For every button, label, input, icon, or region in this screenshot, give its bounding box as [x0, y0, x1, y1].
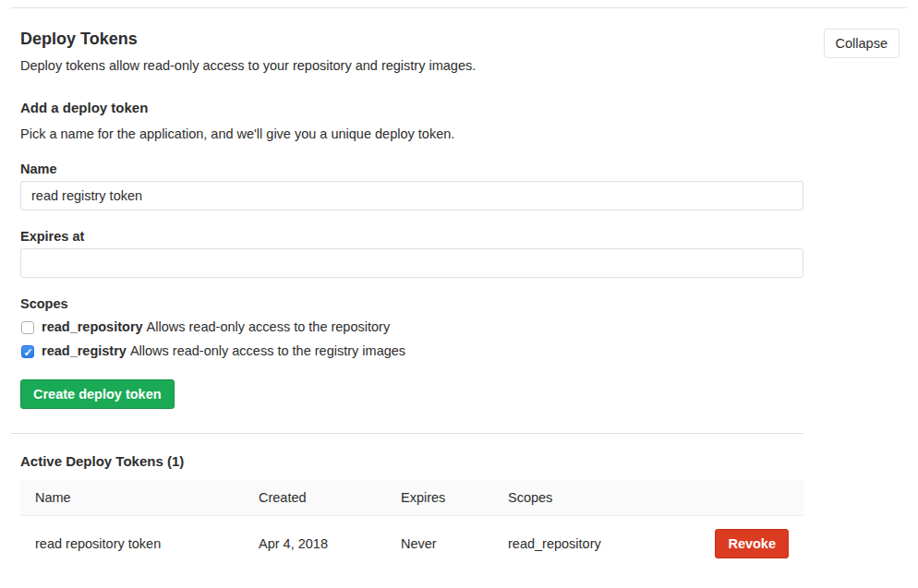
deploy-token-form-section: Add a deploy token Pick a name for the a… — [0, 99, 824, 571]
scope-option-text: read_registryAllows read-only access to … — [42, 342, 405, 361]
name-field-label: Name — [20, 160, 824, 178]
token-created-cell: Apr 4, 2018 — [244, 516, 386, 572]
active-tokens-table: Name Created Expires Scopes read reposit… — [20, 480, 803, 571]
scopes-group: Scopes read_repositoryAllows read-only a… — [20, 294, 824, 361]
scope-option-read-registry[interactable]: read_registryAllows read-only access to … — [20, 342, 824, 361]
token-name-cell: read repository token — [20, 516, 244, 572]
expires-input[interactable] — [20, 248, 803, 278]
read-repository-checkbox[interactable] — [21, 321, 34, 334]
page-title: Deploy Tokens — [20, 29, 476, 49]
column-header-created: Created — [244, 480, 386, 516]
token-action-cell: Revoke — [641, 516, 803, 572]
scope-description: Allows read-only access to the repositor… — [147, 319, 391, 334]
section-header: Deploy Tokens Deploy tokens allow read-o… — [0, 8, 918, 75]
create-deploy-token-button[interactable]: Create deploy token — [20, 379, 175, 409]
form-subheading: Pick a name for the application, and we'… — [20, 125, 824, 143]
table-header-row: Name Created Expires Scopes — [20, 480, 803, 516]
expires-field-label: Expires at — [20, 227, 824, 246]
read-registry-checkbox[interactable] — [21, 345, 34, 358]
active-tokens-heading: Active Deploy Tokens (1) — [20, 452, 824, 471]
name-input[interactable] — [20, 181, 803, 210]
form-heading: Add a deploy token — [20, 99, 824, 117]
scope-name: read_registry — [42, 343, 127, 358]
page-description: Deploy tokens allow read-only access to … — [20, 56, 476, 75]
collapse-button[interactable]: Collapse — [824, 29, 900, 58]
scope-option-read-repository[interactable]: read_repositoryAllows read-only access t… — [20, 318, 824, 337]
column-header-name: Name — [20, 480, 244, 516]
scope-description: Allows read-only access to the registry … — [130, 343, 405, 358]
scopes-label: Scopes — [20, 294, 824, 313]
column-header-scopes: Scopes — [493, 480, 641, 516]
scope-name: read_repository — [42, 319, 143, 334]
token-expires-cell: Never — [386, 516, 493, 572]
revoke-button[interactable]: Revoke — [715, 529, 789, 558]
column-header-actions — [641, 480, 803, 516]
scope-option-text: read_repositoryAllows read-only access t… — [42, 318, 390, 337]
column-header-expires: Expires — [386, 480, 493, 516]
token-scopes-cell: read_repository — [493, 516, 641, 572]
section-title-block: Deploy Tokens Deploy tokens allow read-o… — [20, 29, 476, 75]
table-row: read repository token Apr 4, 2018 Never … — [20, 516, 803, 572]
form-table-divider — [11, 433, 803, 434]
